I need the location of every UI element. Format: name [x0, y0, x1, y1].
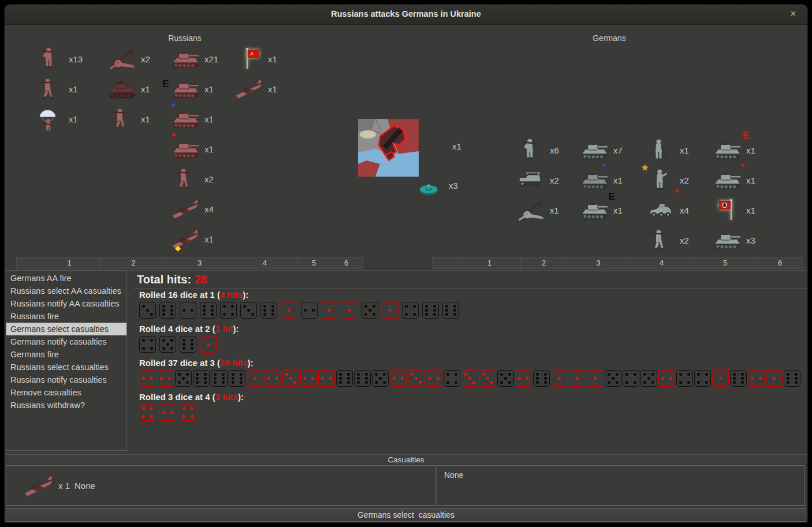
- diamond-yellow-badge: ◆: [175, 244, 181, 252]
- unit-count: x1: [613, 175, 623, 185]
- battle-window: Russians attacks Germans in Ukraine × Ru…: [5, 5, 807, 522]
- diamond-red-badge: ♦: [172, 130, 176, 139]
- confirm-casualties-button[interactable]: Germans select casualties: [6, 508, 806, 522]
- infantry-unit: x6: [516, 135, 580, 165]
- dice-column-header: 5: [298, 257, 330, 269]
- engineer-unit: x1: [646, 135, 710, 165]
- tank-icon: ♦: [170, 136, 202, 162]
- die-2: [301, 302, 318, 319]
- aa_gun-unit: x1: [418, 131, 483, 161]
- die-2-hit: [265, 370, 281, 387]
- die-2-hit: [426, 370, 442, 387]
- die-4: [694, 370, 711, 387]
- unit-count: x1: [746, 145, 755, 155]
- unit-column: ☭x1x1: [234, 44, 299, 104]
- dice-column-header: 6: [330, 257, 363, 269]
- die-6: [354, 370, 371, 387]
- unit-count: x3: [746, 236, 755, 245]
- tank-icon: E: [712, 137, 743, 163]
- die-6: [200, 302, 217, 319]
- tank-icon: ♦: [712, 167, 743, 193]
- unit-count: x1: [141, 84, 150, 94]
- artillery-unit: x1: [516, 195, 580, 225]
- engineer-icon: [646, 137, 677, 163]
- attacker-dice-column-headers: 123456: [16, 257, 363, 269]
- unit-count: x4: [204, 204, 214, 214]
- battle-step: Russians fire: [6, 310, 126, 323]
- unit-count: x3: [449, 181, 458, 190]
- roll-summary: Rolled 3 dice at 4 (3 hits):: [139, 392, 244, 402]
- tank-unit: ♦x1: [712, 165, 777, 195]
- die-4: [139, 336, 156, 353]
- die-6: [784, 370, 800, 387]
- dice-column-header: 4: [232, 257, 298, 269]
- tank-icon: [170, 46, 202, 72]
- die-4: [676, 370, 693, 387]
- unit-count: x1: [452, 141, 461, 151]
- roundel-icon: [415, 172, 446, 199]
- flag_german-icon: [712, 197, 743, 223]
- die-2-hit: [748, 370, 765, 387]
- battle-step: Germans notify casualties: [6, 335, 126, 348]
- unit-column: x6x2x1: [516, 135, 580, 225]
- E-left-badge: E: [162, 79, 169, 89]
- dice-column-header: 3: [167, 257, 232, 269]
- dice-column-header: 1: [459, 257, 521, 269]
- paratrooper-unit: x1: [35, 104, 99, 134]
- unit-count: x6: [550, 145, 559, 155]
- tank-unit: Ex1: [170, 74, 235, 104]
- die-5: [497, 370, 514, 387]
- die-6: [211, 370, 228, 387]
- die-1-hit: [281, 302, 297, 319]
- die-5: [372, 370, 389, 387]
- dice-header-blank: [16, 257, 39, 269]
- dice-column-header: 2: [521, 257, 567, 269]
- close-icon[interactable]: ×: [791, 9, 796, 19]
- unit-count: x1: [746, 205, 755, 215]
- dice-column-header: 1: [39, 257, 100, 269]
- roundel-unit: x3: [415, 170, 479, 200]
- die-1-hit: [382, 302, 398, 319]
- die-5: [159, 336, 176, 353]
- die-4: [402, 302, 419, 319]
- tank-icon: [712, 227, 743, 253]
- unit-count: x2: [550, 175, 559, 185]
- total-hits-label: Total hits:: [137, 273, 191, 286]
- star-gold-badge: ★: [640, 163, 649, 173]
- fighter-icon: [170, 196, 202, 222]
- fighter-casualty-icon[interactable]: [23, 472, 54, 499]
- die-4-hit: [180, 404, 196, 421]
- total-hits: Total hits: 28: [137, 273, 207, 286]
- unit-count: x1: [268, 54, 277, 64]
- unit-count: x1: [680, 145, 689, 155]
- tank-icon: E: [579, 197, 610, 223]
- rifleman-unit: x2: [646, 225, 710, 255]
- die-1-hit: [766, 370, 783, 387]
- flag_soviet-unit: ☭x1: [234, 44, 299, 74]
- armored_car-unit: x4: [646, 195, 710, 225]
- artillery-icon: [107, 46, 138, 72]
- E-red-badge: E: [743, 130, 749, 140]
- tank-icon: E: [170, 76, 202, 102]
- die-1-hit: [247, 370, 263, 387]
- die-1-hit: [200, 336, 217, 353]
- unit-count: x7: [613, 145, 623, 155]
- tank-unit: x3: [712, 225, 777, 255]
- battle-step: Russians withdraw?: [6, 399, 126, 412]
- battle-content: Russians Germans x13x1x1x2x1x1x21Ex1♦x1♦…: [5, 25, 807, 522]
- fighter-icon: [234, 76, 265, 102]
- battle-steps-list: Germans AA fireRussians select AA casual…: [6, 270, 127, 451]
- die-2-hit: [157, 370, 174, 387]
- unit-count: x1: [204, 144, 214, 154]
- dice-header-blank: [432, 257, 459, 269]
- die-3: [139, 302, 156, 319]
- tank-icon: [107, 76, 138, 102]
- unit-count: x1: [204, 114, 214, 124]
- die-4: [623, 370, 639, 387]
- unit-count: x2: [680, 236, 689, 245]
- die-6: [533, 370, 550, 387]
- die-3-hit: [479, 370, 496, 387]
- dot-blue-badge: ■: [602, 162, 606, 168]
- die-4-hit: [139, 404, 156, 421]
- unit-column: x21Ex1♦x1♦x1x2x4◆x1: [170, 44, 235, 254]
